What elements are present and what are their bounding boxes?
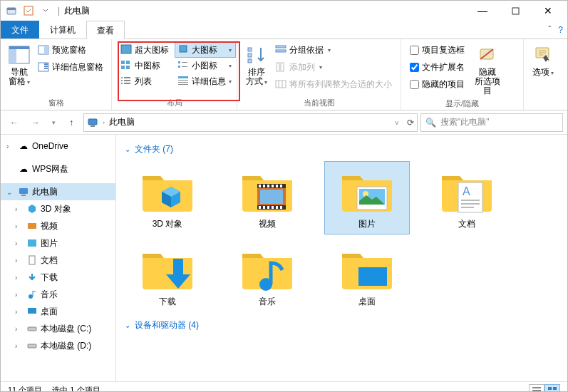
sidebar-disk-c[interactable]: ›本地磁盘 (C:) xyxy=(1,320,115,337)
addr-chevron-icon[interactable]: › xyxy=(103,119,105,126)
hide-selected-button[interactable]: 隐藏 所选项目 xyxy=(470,42,505,97)
add-columns-icon xyxy=(275,61,286,73)
svg-rect-21 xyxy=(178,66,180,68)
back-button[interactable]: ← xyxy=(5,113,24,132)
forward-button[interactable]: → xyxy=(26,113,45,132)
titlebar: | 此电脑 — ✕ xyxy=(1,1,567,21)
sidebar-wps[interactable]: ☁WPS网盘 xyxy=(1,160,115,177)
svg-rect-15 xyxy=(121,61,125,64)
layout-extra-large[interactable]: 超大图标 xyxy=(118,42,173,58)
item-checkboxes-checkbox[interactable] xyxy=(410,46,419,55)
group-layout: 超大图标 大图标▾ 中图标 小图标▾ 列表 详细信息▾ 布局 xyxy=(112,39,237,110)
chevron-down-icon: ⌄ xyxy=(125,145,130,153)
sidebar-pictures[interactable]: ›图片 xyxy=(1,234,115,252)
svg-rect-65 xyxy=(267,206,269,209)
sidebar-3d[interactable]: ›3D 对象 xyxy=(1,200,115,217)
folder-3d[interactable]: 3D 对象 xyxy=(125,161,210,234)
folder-videos[interactable]: 视频 xyxy=(224,161,310,234)
group-show-hide: 项目复选框 文件扩展名 隐藏的项目 隐藏 所选项目 显示/隐藏 xyxy=(401,39,524,110)
drives-section-header[interactable]: ⌄设备和驱动器 (4) xyxy=(125,319,559,331)
close-button[interactable]: ✕ xyxy=(532,1,564,21)
qat-dropdown-icon[interactable] xyxy=(38,3,53,19)
layout-medium[interactable]: 中图标 xyxy=(118,58,173,73)
group-by-button[interactable]: 分组依据▾ xyxy=(272,42,395,58)
sort-by-button[interactable]: 排序方式▾ xyxy=(243,42,269,88)
svg-rect-1 xyxy=(7,8,16,10)
addr-dropdown-icon[interactable]: v xyxy=(396,119,399,126)
details-pane-button[interactable]: 详细信息窗格 xyxy=(35,59,106,75)
folder-downloads[interactable]: 下载 xyxy=(125,239,210,312)
svg-rect-69 xyxy=(260,190,283,204)
content-area[interactable]: ⌄文件夹 (7) 3D 对象 视频 图片 A 文档 下载 xyxy=(116,135,567,381)
app-icon[interactable] xyxy=(4,3,19,19)
sidebar-desktop[interactable]: ›桌面 xyxy=(1,303,115,320)
icons-view-button[interactable] xyxy=(544,384,560,393)
svg-rect-59 xyxy=(267,185,269,187)
folder-pictures[interactable]: 图片 xyxy=(324,161,410,234)
recent-dropdown[interactable]: ▾ xyxy=(48,113,59,132)
tab-computer[interactable]: 计算机 xyxy=(39,21,86,38)
extra-large-icon xyxy=(120,44,132,56)
minimize-button[interactable]: — xyxy=(466,1,499,21)
nav-sidebar: ›☁OneDrive ☁WPS网盘 ⌄此电脑 ›3D 对象 ›视频 ›图片 ›文… xyxy=(1,135,116,381)
up-button[interactable]: ↑ xyxy=(62,113,81,132)
hidden-items-toggle[interactable]: 隐藏的项目 xyxy=(407,76,468,92)
tab-view[interactable]: 查看 xyxy=(86,21,125,39)
tab-file[interactable]: 文件 xyxy=(1,21,39,38)
preview-pane-button[interactable]: 预览窗格 xyxy=(35,42,106,58)
folder-documents-icon: A xyxy=(438,165,495,215)
address-bar[interactable]: › 此电脑 v ⟳ xyxy=(83,113,418,132)
sidebar-this-pc[interactable]: ⌄此电脑 xyxy=(1,183,115,200)
layout-details[interactable]: 详细信息▾ xyxy=(175,73,236,89)
qat-properties-icon[interactable] xyxy=(21,3,36,19)
group-by-label: 分组依据 xyxy=(289,44,324,56)
svg-rect-2 xyxy=(24,6,33,15)
help-icon[interactable]: ? xyxy=(558,25,563,35)
hide-icon xyxy=(476,43,499,66)
sidebar-onedrive[interactable]: ›☁OneDrive xyxy=(1,138,115,155)
svg-rect-14 xyxy=(180,46,187,52)
group-show-hide-label: 显示/隐藏 xyxy=(407,97,517,109)
sidebar-documents[interactable]: ›文档 xyxy=(1,252,115,269)
sidebar-disk-d[interactable]: ›本地磁盘 (D:) xyxy=(1,337,115,354)
ribbon-collapse-icon[interactable]: ˆ xyxy=(548,25,551,35)
sidebar-music[interactable]: ›音乐 xyxy=(1,286,115,303)
nav-pane-button[interactable]: 导航窗格▾ xyxy=(6,42,32,88)
search-box[interactable]: 🔍 搜索"此电脑" xyxy=(420,113,563,132)
folders-section-header[interactable]: ⌄文件夹 (7) xyxy=(125,143,559,155)
folder-music[interactable]: 音乐 xyxy=(224,239,310,312)
svg-rect-23 xyxy=(121,77,123,78)
options-icon xyxy=(532,43,554,66)
svg-rect-76 xyxy=(461,203,480,205)
layout-list[interactable]: 列表 xyxy=(118,73,173,89)
sidebar-downloads[interactable]: ›下载 xyxy=(1,269,115,286)
layout-large[interactable]: 大图标▾ xyxy=(175,42,236,58)
svg-rect-75 xyxy=(461,200,480,201)
refresh-icon[interactable]: ⟳ xyxy=(407,118,414,128)
details-view-button[interactable] xyxy=(529,384,544,393)
fit-columns-button[interactable]: 将所有列调整为合适的大小 xyxy=(272,76,395,92)
file-ext-checkbox[interactable] xyxy=(410,63,419,72)
svg-rect-24 xyxy=(124,77,130,78)
item-checkboxes-toggle[interactable]: 项目复选框 xyxy=(407,42,468,58)
folder-documents[interactable]: A 文档 xyxy=(424,161,510,234)
disk-icon xyxy=(26,323,38,334)
layout-small[interactable]: 小图标▾ xyxy=(175,58,236,73)
sidebar-videos[interactable]: ›视频 xyxy=(1,217,115,234)
options-button[interactable]: 选项▾ xyxy=(530,42,557,79)
maximize-button[interactable] xyxy=(499,1,532,21)
svg-rect-39 xyxy=(281,63,284,71)
hidden-items-checkbox[interactable] xyxy=(410,80,419,89)
svg-rect-47 xyxy=(28,223,36,229)
video-icon xyxy=(26,220,38,232)
add-columns-button[interactable]: 添加列▾ xyxy=(272,59,395,75)
title-separator: | xyxy=(58,6,60,16)
svg-rect-25 xyxy=(121,80,123,81)
folder-desktop[interactable]: 桌面 xyxy=(324,239,410,312)
file-ext-toggle[interactable]: 文件扩展名 xyxy=(407,59,468,75)
fit-columns-label: 将所有列调整为合适的大小 xyxy=(289,78,392,91)
cube-icon xyxy=(26,203,38,215)
group-panes: 导航窗格▾ 预览窗格 详细信息窗格 窗格 xyxy=(1,39,112,110)
svg-text:A: A xyxy=(463,185,470,197)
svg-rect-6 xyxy=(9,46,29,49)
